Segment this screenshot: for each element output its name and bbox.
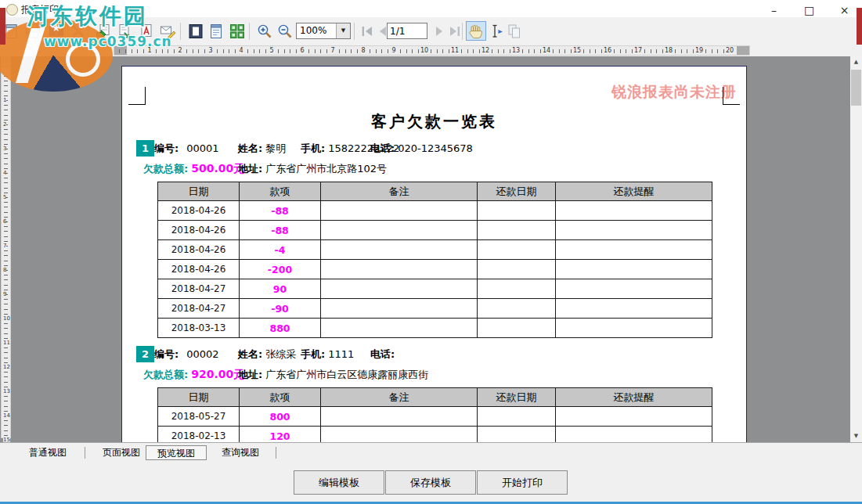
scroll-up-arrow[interactable]: ▲ <box>850 56 862 68</box>
field-total-value: 920.00元 <box>191 368 244 380</box>
ruler-number: 15 <box>572 47 582 55</box>
field-name-value: 张综采 <box>265 348 296 360</box>
field-address-value: 广东省广州市白云区德康露丽康西街 <box>265 369 428 380</box>
table-row: 2018-04-26-88 <box>158 201 712 221</box>
customer-record: 2编号:00002姓名:张综采手机:1111电话:欠款总额:920.00元地址:… <box>122 345 746 442</box>
toolbar-separator <box>180 23 181 40</box>
text-select-icon[interactable] <box>487 22 506 41</box>
ruler-number: 10 <box>420 47 429 55</box>
field-name-value: 黎明 <box>265 142 286 154</box>
table-row: 2018-05-27800 <box>158 407 712 427</box>
table-header-cell: 还款提醒 <box>556 182 712 201</box>
field-phone-value: 020-12345678 <box>398 142 473 154</box>
ruler-number: 3 <box>207 47 213 55</box>
cell-date: 2018-02-13 <box>158 427 240 443</box>
field-id: 编号:00002 <box>154 347 219 362</box>
cell-date: 2018-03-13 <box>158 319 240 338</box>
combo-dropdown-icon[interactable]: ▼ <box>336 23 350 38</box>
ruler-number: 7 <box>330 47 335 55</box>
toolbar-separator <box>462 23 463 40</box>
table-header-cell: 还款日期 <box>478 182 556 201</box>
cell-note <box>321 427 478 443</box>
debt-table: 日期款项备注还款日期还款提醒2018-05-27800 2018-02-1312… <box>157 387 712 442</box>
cell-date: 2018-04-26 <box>158 240 240 260</box>
toolbar-separator <box>249 23 250 40</box>
table-row: 2018-04-2790 <box>158 279 712 299</box>
copy-icon[interactable] <box>505 22 524 41</box>
field-total-label: 欠款总额: <box>143 163 188 175</box>
save-template-button[interactable]: 保存模板 <box>385 470 476 495</box>
whole-page-icon[interactable] <box>186 22 205 41</box>
cell-repay <box>478 201 556 221</box>
cell-date: 2018-04-27 <box>158 299 240 319</box>
ruler-number: 16 <box>603 47 612 55</box>
table-header-cell: 日期 <box>158 388 240 407</box>
cell-note <box>321 299 478 319</box>
ruler-number: 7 <box>3 243 6 249</box>
cell-note <box>321 319 478 338</box>
start-print-button[interactable]: 开始打印 <box>477 470 568 495</box>
vertical-scrollbar[interactable]: ▲ ▼ <box>850 56 862 442</box>
cell-date: 2018-04-26 <box>158 201 240 221</box>
edit-template-button[interactable]: 编辑模板 <box>294 470 384 495</box>
ruler-number: 15 <box>3 437 10 442</box>
table-header-cell: 还款提醒 <box>556 388 712 407</box>
view-tab-bar: 普通视图 页面视图 预览视图 查询视图 <box>0 442 862 462</box>
app-icon <box>6 4 18 16</box>
cell-amt: -88 <box>240 221 321 240</box>
ruler-number: 1 <box>3 97 6 103</box>
cell-note <box>321 201 478 221</box>
table-header-row: 日期款项备注还款日期还款提醒 <box>158 182 712 201</box>
field-address: 地址:广东省广州市白云区德康露丽康西街 <box>238 368 428 382</box>
page-number-field[interactable] <box>387 23 427 39</box>
zoom-out-icon[interactable] <box>276 22 294 41</box>
zoom-combo[interactable]: 100%▼ <box>296 23 351 39</box>
scrollbar-thumb[interactable] <box>851 70 861 106</box>
cell-amt: 800 <box>240 407 321 427</box>
ruler-number: 5 <box>3 194 6 200</box>
tab-page-view[interactable]: 页面视图 <box>91 445 152 460</box>
table-header-cell: 款项 <box>240 182 321 201</box>
scroll-down-arrow[interactable]: ▼ <box>850 430 862 442</box>
red-edge-artifact-left <box>0 8 5 45</box>
report-print-window: 报表打印 – □ × 100%▼ 12345678910111213141516… <box>0 0 862 504</box>
watermark-site-name: 河东软件园 <box>27 2 148 31</box>
cell-rem <box>556 407 712 427</box>
multi-page-icon[interactable] <box>228 22 247 41</box>
ruler-number: 10 <box>3 315 10 322</box>
cell-note <box>321 221 478 240</box>
cell-date: 2018-04-26 <box>158 221 240 240</box>
red-edge-artifact-right <box>857 8 862 45</box>
cell-amt: 880 <box>240 319 321 338</box>
ruler-margin-right <box>737 46 749 55</box>
ruler-number: 12 <box>3 364 10 370</box>
crop-mark-top-left <box>128 87 146 105</box>
report-page: 锐浪报表尚未注册 客户欠款一览表 1编号:00001姓名:黎明手机:158222… <box>121 66 747 442</box>
ruler-number: 4 <box>238 47 243 55</box>
crop-mark-top-right <box>723 87 740 105</box>
table-row: 2018-04-27-90 <box>158 299 712 319</box>
page-width-icon[interactable] <box>207 22 225 41</box>
hand-tool-icon[interactable] <box>466 21 486 41</box>
ruler-number: 12 <box>481 47 490 55</box>
cell-rem <box>556 427 712 443</box>
tab-preview-view[interactable]: 预览视图 <box>146 445 207 460</box>
ruler-number: 18 <box>664 47 673 55</box>
cell-repay <box>478 279 556 299</box>
table-header-cell: 备注 <box>321 388 478 407</box>
ruler-number: 4 <box>3 170 6 176</box>
ruler-number: 13 <box>3 388 10 394</box>
tab-normal-view[interactable]: 普通视图 <box>17 445 78 460</box>
cell-date: 2018-04-27 <box>158 279 240 299</box>
cell-repay <box>478 407 556 427</box>
cell-amt: 90 <box>240 279 321 299</box>
ruler-number: 3 <box>3 146 6 152</box>
field-id-value: 00002 <box>186 348 218 360</box>
cell-date: 2018-04-26 <box>158 260 240 279</box>
toolbar-separator <box>354 23 355 40</box>
zoom-in-icon[interactable] <box>255 22 274 41</box>
preview-area: 123456789101112131415 锐浪报表尚未注册 客户欠款一览表 1… <box>0 56 862 442</box>
tab-query-view[interactable]: 查询视图 <box>210 445 271 460</box>
ruler-number: 14 <box>3 412 10 419</box>
record-index-badge: 1 <box>136 140 154 157</box>
